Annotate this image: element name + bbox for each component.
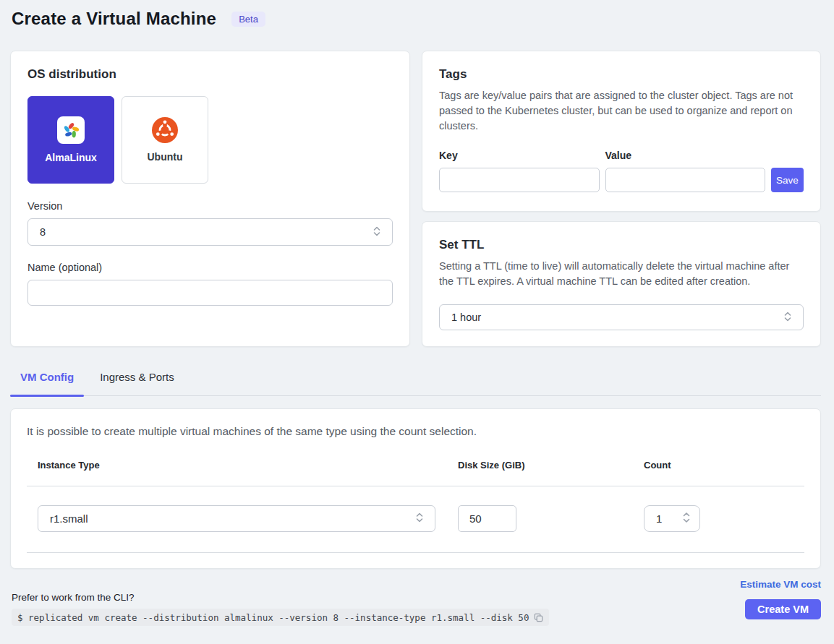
set-ttl-card: Set TTL Setting a TTL (time to live) wil… [422, 221, 821, 347]
tags-title: Tags [439, 67, 804, 82]
chevron-up-down-icon [783, 311, 793, 325]
disk-size-input[interactable] [458, 505, 516, 532]
version-label: Version [27, 200, 393, 212]
instance-type-select[interactable]: r1.small [38, 505, 435, 532]
vm-table-row: r1.small 1 [27, 486, 804, 553]
ttl-select[interactable]: 1 hour [439, 304, 804, 330]
chevron-up-down-icon [372, 226, 382, 239]
almalinux-icon [57, 116, 85, 144]
beta-badge: Beta [231, 12, 265, 27]
estimate-vm-cost-link[interactable]: Estimate VM cost [740, 579, 821, 590]
vm-config-card: It is possible to create multiple virtua… [10, 408, 821, 569]
count-value: 1 [656, 512, 662, 525]
set-ttl-title: Set TTL [439, 238, 804, 252]
instance-type-cell: r1.small [38, 505, 458, 532]
tag-key-label: Key [439, 150, 600, 161]
tags-card: Tags Tags are key/value pairs that are a… [422, 51, 821, 212]
version-select[interactable]: 8 [27, 218, 393, 246]
create-vm-button[interactable]: Create VM [745, 599, 821, 619]
vm-config-hint: It is possible to create multiple virtua… [27, 425, 804, 438]
instance-type-value: r1.small [50, 512, 88, 525]
chevron-up-down-icon [414, 512, 425, 525]
cli-prompt-text: Prefer to work from the CLI? [12, 592, 135, 603]
vm-name-input[interactable] [27, 280, 393, 306]
tag-fields: Key Value Save [439, 150, 804, 192]
tags-description: Tags are key/value pairs that are assign… [439, 88, 804, 134]
version-select-value: 8 [40, 226, 46, 238]
os-tile-almalinux[interactable]: AlmaLinux [27, 96, 114, 184]
os-tile-ubuntu[interactable]: Ubuntu [122, 96, 208, 184]
os-tile-label: Ubuntu [148, 151, 183, 163]
save-tag-button[interactable]: Save [771, 168, 804, 192]
tab-ingress-ports[interactable]: Ingress & Ports [90, 365, 184, 395]
tag-key-field: Key [439, 150, 600, 192]
count-cell: 1 [644, 505, 731, 532]
vm-table-header: Instance Type Disk Size (GiB) Count [27, 460, 804, 486]
tag-key-input[interactable] [439, 168, 600, 192]
vm-table: Instance Type Disk Size (GiB) Count r1.s… [27, 460, 804, 553]
page-title: Create a Virtual Machine [12, 9, 216, 29]
tag-value-field: Value [605, 150, 766, 192]
count-stepper[interactable]: 1 [644, 505, 700, 532]
column-header-disk-size: Disk Size (GiB) [458, 460, 644, 471]
cli-command-text: $ replicated vm create --distribution al… [17, 612, 529, 623]
page-header: Create a Virtual Machine Beta [12, 9, 265, 29]
os-tile-label: AlmaLinux [45, 152, 97, 163]
tag-value-label: Value [605, 150, 766, 161]
os-distribution-title: OS distribution [27, 67, 393, 82]
chevron-up-down-icon [681, 511, 692, 526]
cli-command-block: $ replicated vm create --distribution al… [12, 609, 549, 626]
config-tabs: VM Config Ingress & Ports [10, 365, 821, 396]
os-tiles: AlmaLinux Ubuntu [27, 96, 393, 184]
disk-size-cell [458, 505, 644, 532]
set-ttl-description: Setting a TTL (time to live) will automa… [439, 259, 804, 289]
column-header-instance-type: Instance Type [38, 460, 458, 471]
copy-icon[interactable] [534, 613, 543, 622]
create-vm-page: Create a Virtual Machine Beta OS distrib… [0, 0, 834, 644]
ttl-select-value: 1 hour [451, 312, 481, 323]
tab-vm-config[interactable]: VM Config [10, 365, 84, 395]
os-distribution-card: OS distribution AlmaLinux [10, 51, 410, 347]
vm-name-label: Name (optional) [27, 262, 393, 273]
tag-value-input[interactable] [605, 168, 766, 192]
ubuntu-icon [152, 117, 178, 143]
column-header-count: Count [644, 460, 731, 471]
